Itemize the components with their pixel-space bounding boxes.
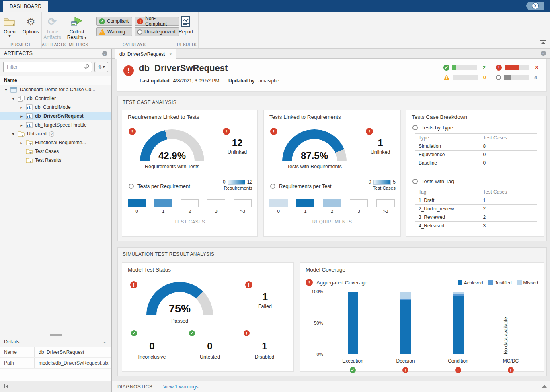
histogram-bin[interactable]: >3 [376,199,395,214]
requirements-per-test-widget[interactable]: Requirements per Test [270,183,332,189]
table-row[interactable]: 2_Under_review2 [415,205,537,213]
expander-icon[interactable]: ▸ [19,105,23,110]
open-folder-icon [3,14,16,29]
error-icon: ! [130,281,138,288]
uncategorized-circle-icon [496,75,501,80]
histogram-bin[interactable]: 0 [128,199,146,214]
aggregated-coverage-widget[interactable]: ! Aggregated Coverage [306,279,367,286]
table-row[interactable]: 4_Released3 [415,222,537,230]
requirements-per-test-histogram: 0 1 2 3 >3 [269,199,395,214]
report-button[interactable]: Report [175,14,196,35]
tree-item-functional-requirements[interactable]: ▸ Functional Requireme... [0,138,111,147]
filter-input[interactable] [3,62,92,72]
panel-minimize-icon[interactable]: ⌄ [102,51,107,56]
details-panel-header[interactable]: Details ⌄ [0,337,111,347]
check-icon: ✓ [131,330,137,336]
tab-db-driverswrequest[interactable]: db_DriverSwRequest × [115,49,176,59]
legend-justified: Justified [488,280,511,285]
collapse-chevron-icon[interactable]: ⌄ [103,339,107,344]
tests-per-requirement-widget[interactable]: Tests per Requirement [129,183,190,189]
histogram-bin[interactable]: 1 [296,199,315,214]
expander-icon[interactable]: ▾ [11,96,15,101]
table-row[interactable]: Simulation8 [415,142,537,151]
expander-icon[interactable]: ▾ [4,88,8,92]
sort-button[interactable]: ⇅ ▾ [94,62,108,72]
overlay-uncategorized-toggle[interactable]: Uncategorized [135,27,179,36]
tree-item-db-targetspeedthrottle[interactable]: ▸ db_TargetSpeedThrottle [0,120,111,129]
tests-by-type-widget[interactable]: Tests by Type [412,125,453,131]
table-row[interactable]: 1_Draft1 [415,196,537,205]
histogram-bin[interactable]: 3 [207,199,225,214]
metric-circle-icon [129,184,134,189]
table-row[interactable]: 3_Reviewed2 [415,213,537,222]
diagnostics-label: DIAGNOSTICS [112,381,158,392]
stat-inconclusive: ✓ 0 Inconclusive [124,330,180,369]
tests-with-tag-table: Tag Test Cases 1_Draft1 2_Under_review2 … [415,188,537,230]
document-tab-bar: db_DriverSwRequest × ⌄ [112,49,550,59]
open-button[interactable]: Open ▾ [0,14,19,39]
tabbar-minimize-icon[interactable]: ⌄ [541,51,546,56]
tests-by-type-table: Type Test Cases Simulation8 Equivalence0… [415,133,537,167]
error-icon: ! [496,65,502,71]
tree-item-test-results[interactable]: Test Results [0,156,111,165]
panel-splitter[interactable] [0,333,111,337]
histogram-bin[interactable]: 3 [350,199,368,214]
tree-item-untraced[interactable]: ▾ Untraced ? [0,129,111,138]
untraced-folder-icon [26,157,33,163]
ribbon-group-project: Open ▾ ⚙ Options PROJECT [0,12,42,48]
error-icon: ! [223,128,230,135]
no-data-label: No data available [503,294,509,354]
section-title: SIMULATION TEST RESULT ANALYSIS [118,248,546,257]
error-icon: ! [244,330,250,336]
tree-item-db-driverswrequest[interactable]: ▸ db_DriverSwRequest [0,112,111,120]
options-button[interactable]: ⚙ Options [21,14,41,35]
histogram-bin[interactable]: 0 [269,199,288,214]
artifact-tree: ▾ Dashboard Demo for a Cruise Co... ▾ db… [0,85,111,165]
overlay-non-compliant-toggle[interactable]: ! Non-Compliant [135,17,179,26]
compliance-summary: ✓ 2 ! 8 0 [443,65,541,80]
expander-icon[interactable]: ▸ [19,141,23,145]
histogram-bin[interactable]: >3 [234,199,252,214]
section-title: TEST CASE ANALYSIS [118,96,546,105]
tree-item-test-cases[interactable]: Test Cases [0,147,111,156]
collapse-sidebar-icon[interactable] [4,384,8,388]
diagnostics-bar: DIAGNOSTICS View 1 warnings [112,381,550,392]
table-row[interactable]: Baseline0 [415,159,537,167]
histogram-bin[interactable]: 2 [181,199,199,214]
expander-icon[interactable]: ▸ [19,114,23,118]
collect-results-button[interactable]: Collect Results ▾ [64,14,89,41]
help-icon[interactable]: ? [49,131,54,137]
minimize-ribbon-icon[interactable] [540,40,546,44]
close-icon[interactable]: × [169,51,172,57]
table-row[interactable]: Equivalence0 [415,151,537,159]
expander-icon[interactable]: ▸ [19,123,23,127]
untraced-folder-icon [26,140,33,146]
help-button[interactable]: ? [526,2,544,10]
requirements-with-tests-gauge[interactable]: 42.9% [140,129,204,161]
histogram-bin[interactable]: 1 [154,199,172,214]
error-icon: ! [455,367,461,373]
stat-disabled: ! 1 Disabled [236,330,293,369]
ribbon-tab-dashboard[interactable]: DASHBOARD [3,1,48,12]
passed-gauge[interactable]: 75% [146,282,213,315]
tree-item-db-controlmode[interactable]: ▸ db_ControlMode [0,103,111,112]
tree-column-header[interactable]: Name [0,76,111,85]
expander-icon[interactable]: ▾ [11,132,15,136]
tests-with-requirements-gauge[interactable]: 87.5% [282,129,347,161]
open-caret-icon: ▾ [8,35,10,38]
view-warnings-link[interactable]: View 1 warnings [163,384,198,390]
trace-artifacts-button[interactable]: ⟳ Trace Artifacts [42,14,63,41]
tree-item-project[interactable]: ▾ Dashboard Demo for a Cruise Co... [0,85,111,94]
expand-diagnostics-icon[interactable] [542,385,547,388]
group-label-overlays: OVERLAYS [93,43,175,47]
uncategorized-circle-icon [137,29,142,35]
tests-with-tag-widget[interactable]: Tests with Tag [412,178,454,184]
tests-per-requirement-histogram: 0 1 2 3 >3 [128,199,252,214]
histogram-bin[interactable]: 2 [323,199,341,214]
ribbon-spacer [199,12,550,48]
summary-non-compliant: ! 8 [496,65,541,71]
overlay-warning-toggle[interactable]: Warning [96,27,132,36]
artifact-header: ! db_DriverSwRequest Last updated:4/8/20… [117,59,547,92]
overlay-compliant-toggle[interactable]: ✓ Compliant [96,17,132,26]
tree-item-db-controller[interactable]: ▾ db_Controller [0,94,111,103]
